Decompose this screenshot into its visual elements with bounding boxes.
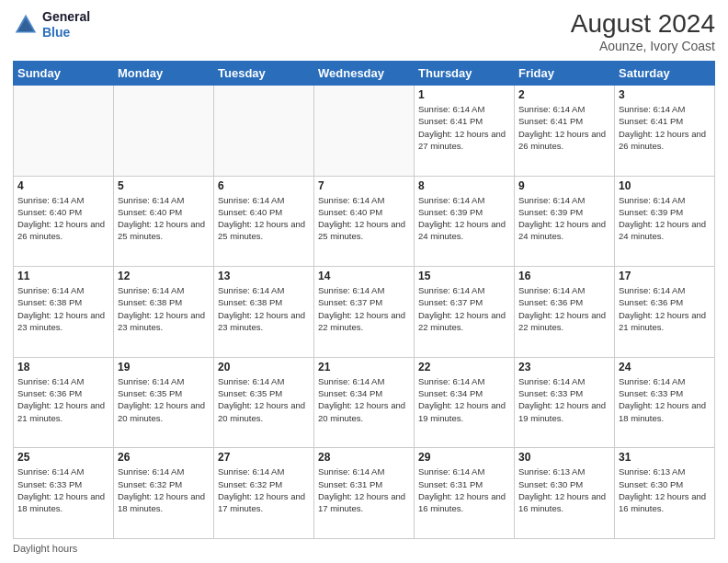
- day-info: Sunrise: 6:14 AM Sunset: 6:33 PM Dayligh…: [619, 375, 711, 424]
- day-info: Sunrise: 6:14 AM Sunset: 6:37 PM Dayligh…: [318, 284, 410, 333]
- day-number: 12: [118, 270, 210, 282]
- day-cell: 13Sunrise: 6:14 AM Sunset: 6:38 PM Dayli…: [214, 267, 314, 358]
- day-number: 21: [318, 361, 410, 373]
- day-info: Sunrise: 6:14 AM Sunset: 6:37 PM Dayligh…: [418, 284, 510, 333]
- day-cell: 15Sunrise: 6:14 AM Sunset: 6:37 PM Dayli…: [415, 267, 515, 358]
- day-info: Sunrise: 6:14 AM Sunset: 6:35 PM Dayligh…: [118, 375, 210, 424]
- day-cell: 2Sunrise: 6:14 AM Sunset: 6:41 PM Daylig…: [515, 86, 615, 177]
- day-number: 26: [118, 451, 210, 464]
- day-cell: 7Sunrise: 6:14 AM Sunset: 6:40 PM Daylig…: [314, 176, 415, 267]
- day-number: 4: [17, 179, 109, 192]
- location: Aounze, Ivory Coast: [571, 39, 715, 53]
- day-number: 14: [318, 270, 410, 282]
- day-cell: 19Sunrise: 6:14 AM Sunset: 6:35 PM Dayli…: [114, 357, 214, 448]
- day-cell: 25Sunrise: 6:14 AM Sunset: 6:33 PM Dayli…: [14, 448, 114, 539]
- day-number: 13: [218, 270, 310, 282]
- day-info: Sunrise: 6:14 AM Sunset: 6:38 PM Dayligh…: [17, 284, 109, 333]
- page: General Blue August 2024 Aounze, Ivory C…: [0, 0, 728, 563]
- day-info: Sunrise: 6:14 AM Sunset: 6:35 PM Dayligh…: [218, 375, 310, 424]
- day-cell: 14Sunrise: 6:14 AM Sunset: 6:37 PM Dayli…: [314, 267, 415, 358]
- day-info: Sunrise: 6:14 AM Sunset: 6:38 PM Dayligh…: [118, 284, 210, 333]
- day-number: 1: [418, 88, 510, 101]
- day-number: 31: [619, 451, 711, 464]
- day-info: Sunrise: 6:14 AM Sunset: 6:32 PM Dayligh…: [218, 465, 310, 514]
- day-info: Sunrise: 6:14 AM Sunset: 6:33 PM Dayligh…: [518, 375, 610, 424]
- day-number: 2: [518, 88, 610, 101]
- day-cell: 28Sunrise: 6:14 AM Sunset: 6:31 PM Dayli…: [314, 448, 415, 539]
- day-cell: 4Sunrise: 6:14 AM Sunset: 6:40 PM Daylig…: [14, 176, 114, 267]
- day-info: Sunrise: 6:14 AM Sunset: 6:36 PM Dayligh…: [17, 375, 109, 424]
- week-row-2: 4Sunrise: 6:14 AM Sunset: 6:40 PM Daylig…: [14, 176, 715, 267]
- day-info: Sunrise: 6:14 AM Sunset: 6:34 PM Dayligh…: [418, 375, 510, 424]
- day-info: Sunrise: 6:14 AM Sunset: 6:41 PM Dayligh…: [418, 103, 510, 152]
- day-cell: 11Sunrise: 6:14 AM Sunset: 6:38 PM Dayli…: [14, 267, 114, 358]
- day-info: Sunrise: 6:14 AM Sunset: 6:40 PM Dayligh…: [218, 194, 310, 243]
- day-cell: 18Sunrise: 6:14 AM Sunset: 6:36 PM Dayli…: [14, 357, 114, 448]
- day-cell: 29Sunrise: 6:14 AM Sunset: 6:31 PM Dayli…: [415, 448, 515, 539]
- day-number: 3: [619, 88, 711, 101]
- day-cell: [214, 86, 314, 177]
- day-header-wednesday: Wednesday: [314, 62, 415, 86]
- title-block: August 2024 Aounze, Ivory Coast: [571, 9, 715, 53]
- day-cell: 1Sunrise: 6:14 AM Sunset: 6:41 PM Daylig…: [415, 86, 515, 177]
- day-cell: 23Sunrise: 6:14 AM Sunset: 6:33 PM Dayli…: [515, 357, 615, 448]
- day-number: 23: [518, 361, 610, 373]
- day-number: 15: [418, 270, 510, 282]
- day-cell: 31Sunrise: 6:13 AM Sunset: 6:30 PM Dayli…: [615, 448, 715, 539]
- logo-general: General: [42, 9, 90, 24]
- header-row: SundayMondayTuesdayWednesdayThursdayFrid…: [14, 62, 715, 86]
- day-number: 19: [118, 361, 210, 373]
- month-year: August 2024: [571, 9, 715, 39]
- day-number: 6: [218, 179, 310, 192]
- day-number: 25: [17, 451, 109, 464]
- day-info: Sunrise: 6:14 AM Sunset: 6:34 PM Dayligh…: [318, 375, 410, 424]
- day-header-friday: Friday: [515, 62, 615, 86]
- day-info: Sunrise: 6:13 AM Sunset: 6:30 PM Dayligh…: [518, 465, 610, 514]
- day-info: Sunrise: 6:14 AM Sunset: 6:33 PM Dayligh…: [17, 465, 109, 514]
- day-cell: 9Sunrise: 6:14 AM Sunset: 6:39 PM Daylig…: [515, 176, 615, 267]
- day-info: Sunrise: 6:14 AM Sunset: 6:41 PM Dayligh…: [619, 103, 711, 152]
- day-info: Sunrise: 6:14 AM Sunset: 6:36 PM Dayligh…: [518, 284, 610, 333]
- day-header-sunday: Sunday: [14, 62, 114, 86]
- day-cell: [314, 86, 415, 177]
- day-header-thursday: Thursday: [415, 62, 515, 86]
- day-header-tuesday: Tuesday: [214, 62, 314, 86]
- day-number: 17: [619, 270, 711, 282]
- day-info: Sunrise: 6:14 AM Sunset: 6:32 PM Dayligh…: [118, 465, 210, 514]
- day-cell: 24Sunrise: 6:14 AM Sunset: 6:33 PM Dayli…: [615, 357, 715, 448]
- week-row-4: 18Sunrise: 6:14 AM Sunset: 6:36 PM Dayli…: [14, 357, 715, 448]
- logo-blue: Blue: [42, 25, 70, 40]
- day-number: 28: [318, 451, 410, 464]
- day-number: 29: [418, 451, 510, 464]
- day-info: Sunrise: 6:14 AM Sunset: 6:31 PM Dayligh…: [318, 465, 410, 514]
- logo: General Blue: [13, 9, 90, 40]
- day-cell: 6Sunrise: 6:14 AM Sunset: 6:40 PM Daylig…: [214, 176, 314, 267]
- week-row-3: 11Sunrise: 6:14 AM Sunset: 6:38 PM Dayli…: [14, 267, 715, 358]
- week-row-1: 1Sunrise: 6:14 AM Sunset: 6:41 PM Daylig…: [14, 86, 715, 177]
- day-info: Sunrise: 6:14 AM Sunset: 6:39 PM Dayligh…: [518, 194, 610, 243]
- day-cell: 8Sunrise: 6:14 AM Sunset: 6:39 PM Daylig…: [415, 176, 515, 267]
- day-number: 20: [218, 361, 310, 373]
- day-number: 18: [17, 361, 109, 373]
- footer-note: Daylight hours: [13, 543, 715, 554]
- day-cell: [14, 86, 114, 177]
- day-number: 16: [518, 270, 610, 282]
- day-cell: 27Sunrise: 6:14 AM Sunset: 6:32 PM Dayli…: [214, 448, 314, 539]
- day-cell: 5Sunrise: 6:14 AM Sunset: 6:40 PM Daylig…: [114, 176, 214, 267]
- week-row-5: 25Sunrise: 6:14 AM Sunset: 6:33 PM Dayli…: [14, 448, 715, 539]
- day-cell: 30Sunrise: 6:13 AM Sunset: 6:30 PM Dayli…: [515, 448, 615, 539]
- day-info: Sunrise: 6:14 AM Sunset: 6:38 PM Dayligh…: [218, 284, 310, 333]
- day-info: Sunrise: 6:14 AM Sunset: 6:39 PM Dayligh…: [418, 194, 510, 243]
- day-number: 9: [518, 179, 610, 192]
- day-cell: 20Sunrise: 6:14 AM Sunset: 6:35 PM Dayli…: [214, 357, 314, 448]
- day-cell: 22Sunrise: 6:14 AM Sunset: 6:34 PM Dayli…: [415, 357, 515, 448]
- header: General Blue August 2024 Aounze, Ivory C…: [13, 9, 715, 53]
- day-number: 7: [318, 179, 410, 192]
- day-info: Sunrise: 6:14 AM Sunset: 6:40 PM Dayligh…: [118, 194, 210, 243]
- calendar-table: SundayMondayTuesdayWednesdayThursdayFrid…: [13, 61, 715, 539]
- day-info: Sunrise: 6:14 AM Sunset: 6:40 PM Dayligh…: [318, 194, 410, 243]
- day-header-saturday: Saturday: [615, 62, 715, 86]
- day-header-monday: Monday: [114, 62, 214, 86]
- day-cell: 3Sunrise: 6:14 AM Sunset: 6:41 PM Daylig…: [615, 86, 715, 177]
- day-number: 24: [619, 361, 711, 373]
